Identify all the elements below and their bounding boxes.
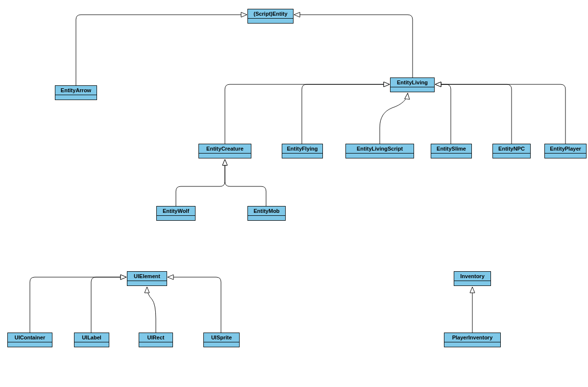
connectors-layer: [0, 0, 588, 387]
class-body: [127, 281, 167, 285]
diagram-canvas: (Script)Entity EntityArrow EntityLiving …: [0, 0, 588, 387]
class-playerInventory[interactable]: PlayerInventory: [444, 333, 501, 347]
edge-uiSprite-to-uiElement: [168, 277, 221, 333]
class-body: [157, 216, 195, 220]
class-title: Inventory: [454, 272, 490, 281]
class-entityArrow[interactable]: EntityArrow: [55, 85, 97, 100]
edge-entityFlying-to-entityLiving: [302, 84, 390, 144]
class-body: [282, 154, 322, 158]
class-entityLivingScript[interactable]: EntityLivingScript: [345, 144, 414, 158]
class-title: UIContainer: [8, 333, 52, 342]
class-title: EntityLiving: [391, 78, 434, 87]
class-title: UIElement: [127, 272, 167, 281]
class-title: EntityPlayer: [545, 144, 586, 154]
class-title: UILabel: [74, 333, 109, 342]
class-title: PlayerInventory: [444, 333, 500, 342]
class-body: [204, 342, 239, 347]
class-body: [431, 154, 471, 158]
edge-entitySlime-to-entityLiving: [435, 84, 451, 144]
edge-entityCreature-to-entityLiving: [225, 84, 390, 144]
class-entityLiving[interactable]: EntityLiving: [390, 77, 435, 92]
class-body: [8, 342, 52, 347]
class-title: UISprite: [204, 333, 239, 342]
edge-entityMob-to-entityCreature: [225, 159, 266, 206]
class-uiElement[interactable]: UIElement: [127, 271, 167, 286]
class-entityFlying[interactable]: EntityFlying: [282, 144, 323, 158]
edge-entityLiving-to-scriptEntity: [294, 15, 413, 77]
class-entityWolf[interactable]: EntityWolf: [156, 206, 196, 221]
class-title: EntityNPC: [493, 144, 530, 154]
class-title: EntityMob: [248, 206, 285, 216]
class-title: EntitySlime: [431, 144, 471, 154]
class-body: [454, 281, 490, 285]
class-body: [199, 154, 251, 158]
class-scriptEntity[interactable]: (Script)Entity: [247, 9, 294, 24]
edge-uiLabel-to-uiElement: [91, 277, 126, 333]
class-entityMob[interactable]: EntityMob: [247, 206, 286, 221]
class-uiLabel[interactable]: UILabel: [74, 333, 109, 347]
class-uiContainer[interactable]: UIContainer: [7, 333, 52, 347]
class-title: EntityWolf: [157, 206, 195, 216]
class-entityPlayer[interactable]: EntityPlayer: [544, 144, 587, 158]
edge-entityPlayer-to-entityLiving: [435, 84, 565, 144]
class-title: EntityCreature: [199, 144, 251, 154]
class-uiRect[interactable]: UIRect: [139, 333, 173, 347]
class-title: UIRect: [139, 333, 172, 342]
class-entityCreature[interactable]: EntityCreature: [198, 144, 251, 158]
class-title: EntityArrow: [55, 86, 97, 95]
edge-entityWolf-to-entityCreature: [176, 159, 225, 206]
edge-entityLivingScript-to-entityLiving: [380, 93, 408, 144]
edge-entityNPC-to-entityLiving: [435, 84, 512, 144]
class-body: [444, 342, 500, 347]
class-title: EntityFlying: [282, 144, 322, 154]
class-body: [248, 216, 285, 220]
class-body: [346, 154, 414, 158]
class-inventory[interactable]: Inventory: [454, 271, 491, 286]
class-uiSprite[interactable]: UISprite: [203, 333, 240, 347]
class-body: [248, 19, 293, 23]
edge-uiRect-to-uiElement: [147, 287, 156, 333]
class-title: EntityLivingScript: [346, 144, 414, 154]
class-body: [55, 95, 97, 100]
class-body: [391, 87, 434, 92]
class-entityNPC[interactable]: EntityNPC: [492, 144, 531, 158]
class-body: [545, 154, 586, 158]
class-title: (Script)Entity: [248, 9, 293, 19]
class-entitySlime[interactable]: EntitySlime: [431, 144, 472, 158]
class-body: [139, 342, 172, 347]
edge-entityArrow-to-scriptEntity: [76, 15, 247, 85]
class-body: [74, 342, 109, 347]
class-body: [493, 154, 530, 158]
edge-uiContainer-to-uiElement: [30, 277, 126, 333]
